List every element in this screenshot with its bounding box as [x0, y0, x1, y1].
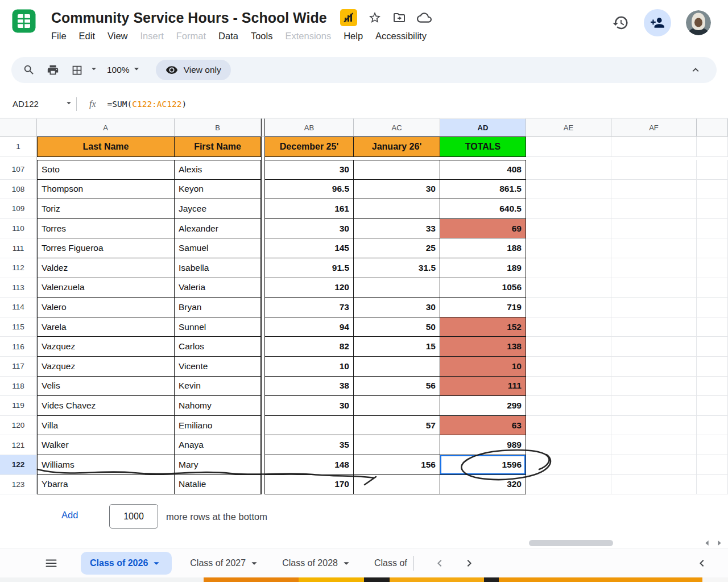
- cell-AD119[interactable]: 299: [440, 396, 526, 416]
- cell-B122[interactable]: Mary: [175, 455, 261, 475]
- column-header-stub[interactable]: [697, 118, 728, 137]
- cell-AD107[interactable]: 408: [440, 160, 526, 180]
- cell-AC119[interactable]: [354, 396, 440, 416]
- cell-A108[interactable]: Thompson: [37, 180, 175, 200]
- cell-B115[interactable]: Sunnel: [175, 317, 261, 337]
- cell-AC115[interactable]: 50: [354, 317, 440, 337]
- cell-AB109[interactable]: 161: [265, 199, 354, 219]
- cell-AE107[interactable]: [526, 160, 611, 180]
- cell-A114[interactable]: Valero: [37, 298, 175, 317]
- cell-stub112[interactable]: [697, 258, 728, 278]
- cell-AE115[interactable]: [526, 317, 611, 337]
- header-cell-AC[interactable]: January 26': [354, 137, 440, 157]
- row-header-112[interactable]: 112: [0, 258, 37, 278]
- cell-A111[interactable]: Torres Figueroa: [37, 238, 175, 258]
- cell-B121[interactable]: Anaya: [175, 435, 261, 455]
- cell-A107[interactable]: Soto: [37, 160, 175, 180]
- cell-A118[interactable]: Velis: [37, 377, 175, 397]
- cell-AD121[interactable]: 989: [440, 435, 526, 455]
- rows-count-input[interactable]: [109, 504, 158, 529]
- row-header-108[interactable]: 108: [0, 180, 37, 200]
- cell-AE113[interactable]: [526, 278, 611, 298]
- borders-menu[interactable]: [65, 58, 99, 82]
- cell-AE109[interactable]: [526, 199, 611, 219]
- cell-AB117[interactable]: 10: [265, 357, 354, 377]
- row-header-113[interactable]: 113: [0, 278, 37, 298]
- cell-AD120[interactable]: 63: [440, 416, 526, 436]
- cell-A123[interactable]: Ybarra: [37, 475, 175, 495]
- cell-AB118[interactable]: 38: [265, 377, 354, 397]
- cell-AB110[interactable]: 30: [265, 219, 354, 239]
- cell-stub118[interactable]: [697, 377, 728, 397]
- cell-stub108[interactable]: [697, 180, 728, 200]
- cell-A113[interactable]: Valenzuela: [37, 278, 175, 298]
- cell-AE118[interactable]: [526, 377, 611, 397]
- column-header-AC[interactable]: AC: [354, 118, 440, 137]
- cell-AE119[interactable]: [526, 396, 611, 416]
- cell-AE117[interactable]: [526, 357, 611, 377]
- cell-stub114[interactable]: [697, 298, 728, 317]
- menu-edit[interactable]: Edit: [73, 28, 101, 44]
- cell-AB120[interactable]: [265, 416, 354, 436]
- cell-AF116[interactable]: [611, 337, 697, 357]
- cell-stub110[interactable]: [697, 219, 728, 239]
- cell-AD114[interactable]: 719: [440, 298, 526, 317]
- cell-AE112[interactable]: [526, 258, 611, 278]
- cell-AD111[interactable]: 188: [440, 238, 526, 258]
- cell-A117[interactable]: Vazquez: [37, 357, 175, 377]
- star-icon[interactable]: [368, 11, 382, 24]
- cell-AD113[interactable]: 1056: [440, 278, 526, 298]
- cell-B112[interactable]: Isabella: [175, 258, 261, 278]
- cell-AC123[interactable]: [354, 475, 440, 495]
- cell-AD108[interactable]: 861.5: [440, 180, 526, 200]
- cell-AD116[interactable]: 138: [440, 337, 526, 357]
- cell-B123[interactable]: Natalie: [175, 475, 261, 495]
- menu-tools[interactable]: Tools: [245, 28, 279, 44]
- zoom-select[interactable]: 100%: [99, 63, 147, 77]
- empty-cell[interactable]: [697, 137, 728, 157]
- cell-AC108[interactable]: 30: [354, 180, 440, 200]
- cell-AD115[interactable]: 152: [440, 317, 526, 337]
- cell-stub117[interactable]: [697, 357, 728, 377]
- cell-B118[interactable]: Kevin: [175, 377, 261, 397]
- cell-AF110[interactable]: [611, 219, 697, 239]
- cell-A115[interactable]: Varela: [37, 317, 175, 337]
- cell-AE116[interactable]: [526, 337, 611, 357]
- cell-AD112[interactable]: 189: [440, 258, 526, 278]
- row-header-110[interactable]: 110: [0, 219, 37, 239]
- move-folder-icon[interactable]: [392, 11, 406, 24]
- header-cell-AD[interactable]: TOTALS: [440, 137, 526, 157]
- cell-AF113[interactable]: [611, 278, 697, 298]
- cell-B120[interactable]: Emiliano: [175, 416, 261, 436]
- tab-class-of-2028[interactable]: Class of 2028: [279, 552, 356, 575]
- cell-B119[interactable]: Nahomy: [175, 396, 261, 416]
- tab-class-of-2026[interactable]: Class of 2026: [81, 552, 172, 575]
- cell-AB123[interactable]: 170: [265, 475, 354, 495]
- cell-AF112[interactable]: [611, 258, 697, 278]
- hidden-columns-divider[interactable]: [261, 118, 265, 137]
- cell-AC111[interactable]: 25: [354, 238, 440, 258]
- horizontal-scrollbar[interactable]: [0, 538, 728, 548]
- cell-A121[interactable]: Walker: [37, 435, 175, 455]
- cell-B111[interactable]: Samuel: [175, 238, 261, 258]
- cell-AC113[interactable]: [354, 278, 440, 298]
- cell-AF118[interactable]: [611, 377, 697, 397]
- cell-AD118[interactable]: 111: [440, 377, 526, 397]
- cell-AB111[interactable]: 145: [265, 238, 354, 258]
- cell-AB112[interactable]: 91.5: [265, 258, 354, 278]
- cell-stub115[interactable]: [697, 317, 728, 337]
- cell-AC118[interactable]: 56: [354, 377, 440, 397]
- row-header-123[interactable]: 123: [0, 475, 37, 495]
- cell-A120[interactable]: Villa: [37, 416, 175, 436]
- cell-AB116[interactable]: 82: [265, 337, 354, 357]
- cell-AE108[interactable]: [526, 180, 611, 200]
- cell-AF114[interactable]: [611, 298, 697, 317]
- header-cell-B[interactable]: First Name: [175, 137, 261, 157]
- cell-B114[interactable]: Bryan: [175, 298, 261, 317]
- version-history-icon[interactable]: [612, 14, 629, 31]
- cell-AF111[interactable]: [611, 238, 697, 258]
- cell-B109[interactable]: Jaycee: [175, 199, 261, 219]
- cell-A110[interactable]: Torres: [37, 219, 175, 239]
- cell-AC110[interactable]: 33: [354, 219, 440, 239]
- cell-AD109[interactable]: 640.5: [440, 199, 526, 219]
